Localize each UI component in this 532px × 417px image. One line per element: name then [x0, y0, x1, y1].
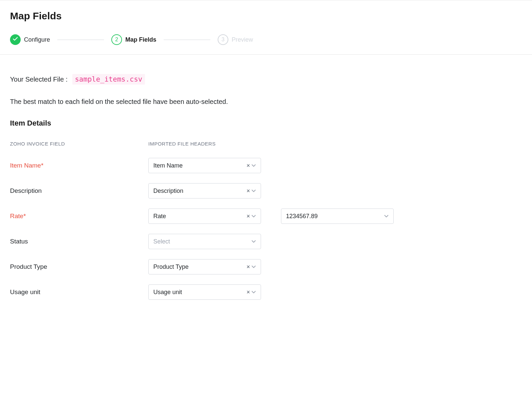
- header-select[interactable]: Product Type×: [148, 259, 261, 274]
- select-value: Product Type: [153, 263, 246, 270]
- field-label: Usage unit: [10, 288, 40, 295]
- clear-icon[interactable]: ×: [246, 264, 250, 270]
- mapping-row: StatusSelect: [10, 234, 522, 249]
- mapping-row: Item Name*Item Name×: [10, 158, 522, 173]
- field-label: Item Name*: [10, 162, 43, 169]
- field-label: Product Type: [10, 263, 47, 270]
- chevron-down-icon: [251, 290, 256, 294]
- header-select[interactable]: Rate×: [148, 209, 261, 224]
- check-icon: [12, 36, 18, 43]
- selected-file-name: sample_items.csv: [72, 74, 145, 85]
- select-value: Rate: [153, 213, 246, 220]
- select-value: Item Name: [153, 162, 246, 169]
- stepper: Configure 2 Map Fields 3 Preview: [10, 34, 522, 45]
- chevron-down-icon: [251, 214, 256, 218]
- step-circle-active: 2: [111, 34, 122, 45]
- field-label: Rate*: [10, 212, 26, 219]
- mapping-row: Usage unitUsage unit×: [10, 284, 522, 300]
- header-select[interactable]: Description×: [148, 183, 261, 199]
- step-preview[interactable]: 3 Preview: [218, 34, 253, 45]
- clear-icon[interactable]: ×: [246, 163, 250, 169]
- step-map-fields[interactable]: 2 Map Fields: [111, 34, 156, 45]
- header-select[interactable]: Select: [148, 234, 261, 249]
- select-value: 1234567.89: [286, 213, 384, 220]
- selected-file-row: Your Selected File : sample_items.csv: [10, 74, 522, 85]
- chevron-down-icon: [251, 264, 256, 269]
- step-label-configure: Configure: [24, 36, 50, 43]
- chevron-down-icon: [251, 239, 256, 244]
- step-connector: [57, 40, 104, 40]
- step-configure[interactable]: Configure: [10, 34, 50, 45]
- header-select[interactable]: Usage unit×: [148, 284, 261, 300]
- clear-icon[interactable]: ×: [246, 213, 250, 219]
- field-label: Status: [10, 238, 28, 245]
- select-value: Select: [153, 238, 251, 245]
- field-label: Description: [10, 187, 42, 194]
- chevron-down-icon: [384, 214, 389, 218]
- step-circle-pending: 3: [218, 34, 228, 45]
- select-value: Description: [153, 188, 246, 195]
- chevron-down-icon: [251, 189, 256, 193]
- format-select[interactable]: 1234567.89: [281, 209, 394, 224]
- header-select[interactable]: Item Name×: [148, 158, 261, 173]
- clear-icon[interactable]: ×: [246, 188, 250, 194]
- step-label-map-fields: Map Fields: [125, 36, 156, 43]
- col-header-zoho-field: ZOHO INVOICE FIELD: [10, 141, 148, 147]
- mapping-row: Rate*Rate×1234567.89: [10, 209, 522, 224]
- step-connector: [164, 40, 210, 40]
- clear-icon[interactable]: ×: [246, 289, 250, 295]
- selected-file-label: Your Selected File :: [10, 76, 68, 83]
- section-title: Item Details: [10, 119, 522, 128]
- chevron-down-icon: [251, 163, 256, 168]
- select-value: Usage unit: [153, 289, 246, 296]
- column-headers: ZOHO INVOICE FIELD IMPORTED FILE HEADERS: [10, 141, 522, 147]
- mapping-row: DescriptionDescription×: [10, 183, 522, 199]
- page-title: Map Fields: [10, 10, 522, 22]
- step-circle-complete: [10, 34, 21, 45]
- description-text: The best match to each field on the sele…: [10, 98, 522, 106]
- mapping-row: Product TypeProduct Type×: [10, 259, 522, 274]
- col-header-imported: IMPORTED FILE HEADERS: [148, 141, 216, 147]
- step-label-preview: Preview: [232, 36, 253, 43]
